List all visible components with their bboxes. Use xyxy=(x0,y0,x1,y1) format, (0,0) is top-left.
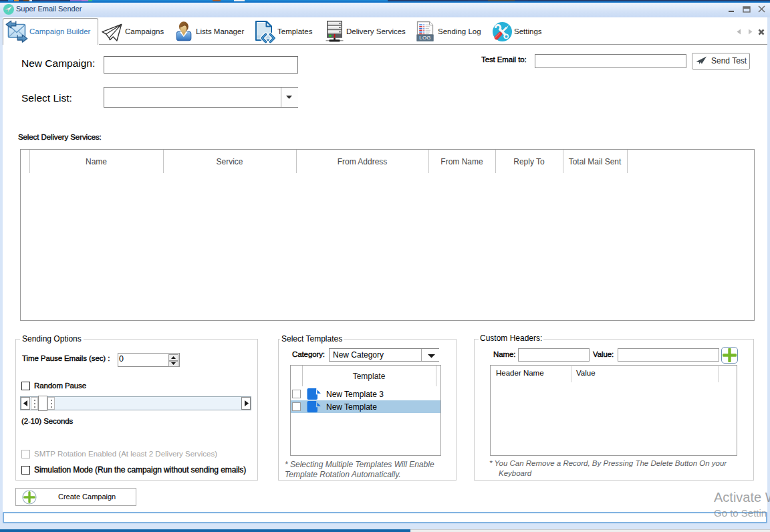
svg-text:LOG: LOG xyxy=(419,35,430,41)
